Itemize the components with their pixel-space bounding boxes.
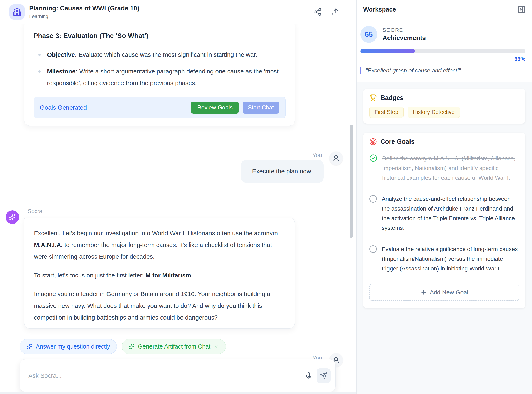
generate-artifact-chip[interactable]: Generate Artifact from Chat [122, 339, 226, 354]
sparkles-icon [128, 343, 135, 350]
phase-bullet-objective: Objective: Evaluate which cause was the … [34, 49, 286, 60]
phase-bullet-list: Objective: Evaluate which cause was the … [34, 49, 286, 89]
share-button[interactable] [314, 8, 322, 16]
achievements-title: Achievements [383, 34, 426, 42]
assistant-paragraph: Excellent. Let's begin our investigation… [34, 227, 285, 262]
avatar [329, 151, 343, 165]
app-root: Planning: Causes of WWI (Grade 10) Learn… [0, 0, 532, 394]
trophy-icon [369, 94, 377, 102]
review-goals-button[interactable]: Review Goals [191, 102, 239, 114]
text-segment: To start, let's focus on just the first … [34, 272, 146, 279]
course-logo [10, 4, 25, 20]
add-new-goal-button[interactable]: Add New Goal [369, 284, 519, 301]
goal-checkbox[interactable] [369, 195, 377, 202]
sparkles-icon [26, 343, 32, 350]
goal-text: Evaluate the relative significance of lo… [382, 244, 519, 273]
text-segment-bold: M.A.N.I.A. [34, 241, 63, 248]
phase-plan-card: Phase 3: Evaluation (The 'So What') Obje… [24, 19, 295, 126]
user-message-bubble: Execute the plan now. [241, 160, 323, 183]
plus-icon [420, 289, 427, 296]
core-goals-card: Core Goals Define the acronym M.A.N.I.A.… [363, 133, 525, 308]
assistant-message-bubble: Excellent. Let's begin our investigation… [24, 218, 295, 329]
goal-item: Evaluate the relative significance of lo… [369, 244, 519, 273]
score-label: SCORE [383, 27, 426, 33]
user-icon [332, 155, 340, 162]
workspace-sidebar: Workspace 65 SCORE Achievements 33% "Exc… [356, 0, 532, 394]
panel-right-icon [517, 5, 526, 14]
mic-icon [305, 372, 312, 379]
assistant-avatar [5, 210, 19, 224]
page-subtitle: Learning [29, 14, 139, 19]
school-icon [13, 8, 21, 16]
assistant-paragraph: To start, let's focus on just the first … [34, 269, 285, 281]
phase-heading: Phase 3: Evaluation (The 'So What') [34, 32, 286, 40]
text-segment: Excellent. Let's begin our investigation… [34, 230, 278, 237]
score-progress-track [360, 49, 525, 53]
text-segment: . [191, 272, 193, 279]
badge-list: First Step History Detective [369, 107, 519, 118]
assistant-message-sender: Socra [28, 208, 42, 214]
send-button[interactable] [317, 368, 331, 383]
text-segment-bold: M for Militarism [146, 272, 191, 279]
mic-button[interactable] [305, 372, 312, 379]
goal-item: Analyze the cause-and-effect relationshi… [369, 194, 519, 233]
bullet-text: Evaluate which cause was the most signif… [77, 51, 257, 58]
badges-card: Badges First Step History Detective [363, 89, 525, 124]
score-section: 65 SCORE Achievements 33% "Excellent gra… [357, 19, 532, 82]
user-message-sender: You [294, 152, 322, 159]
teacher-quote: "Excellent grasp of cause and effect!" [360, 67, 525, 74]
goal-text: Define the acronym M.A.N.I.A. (Militaris… [382, 154, 519, 183]
goals-generated-banner: Goals Generated Review Goals Start Chat [34, 97, 286, 118]
collapse-panel-button[interactable] [517, 5, 526, 14]
answer-directly-chip[interactable]: Answer my question directly [20, 339, 117, 354]
sparkles-icon [8, 213, 16, 221]
chip-label: Answer my question directly [36, 343, 110, 350]
target-icon [369, 138, 377, 145]
assistant-paragraph: Imagine you're a leader in Germany or Br… [34, 288, 285, 323]
core-goals-title: Core Goals [380, 138, 414, 145]
page-title: Planning: Causes of WWI (Grade 10) [29, 5, 139, 12]
export-button[interactable] [332, 8, 340, 16]
workspace-header: Workspace [357, 0, 532, 19]
chat-input-bar [20, 359, 336, 392]
check-circle-icon[interactable] [369, 154, 377, 162]
send-icon [320, 372, 327, 379]
score-percent: 33% [360, 56, 525, 62]
score-value: 65 [360, 26, 377, 43]
score-progress-fill [360, 49, 415, 53]
text-segment: to remember the major long-term causes. … [34, 241, 272, 260]
share-icon [314, 8, 322, 16]
chat-input[interactable] [28, 372, 305, 379]
badge-history-detective: History Detective [408, 107, 460, 118]
phase-bullet-milestone: Milestone: Write a short argumentative p… [34, 65, 286, 89]
badge-first-step: First Step [369, 107, 404, 118]
quick-actions-row: Answer my question directly Generate Art… [20, 339, 226, 354]
goal-checkbox[interactable] [369, 245, 377, 253]
window-bottom-edge [0, 392, 356, 394]
badges-title: Badges [380, 94, 404, 102]
add-goal-label: Add New Goal [430, 289, 468, 296]
chevron-down-icon [214, 344, 219, 349]
start-chat-button[interactable]: Start Chat [243, 102, 279, 114]
bullet-label: Milestone: [47, 68, 77, 75]
workspace-title: Workspace [363, 6, 396, 13]
upload-icon [332, 8, 340, 16]
chat-scrollbar[interactable] [350, 125, 353, 238]
bullet-text: Write a short argumentative paragraph de… [47, 68, 279, 86]
goal-text: Analyze the cause-and-effect relationshi… [382, 194, 519, 233]
goal-item: Define the acronym M.A.N.I.A. (Militaris… [369, 154, 519, 183]
bullet-label: Objective: [47, 51, 77, 58]
chip-label: Generate Artifact from Chat [138, 343, 210, 350]
chat-header: Planning: Causes of WWI (Grade 10) Learn… [0, 0, 356, 24]
goals-generated-status: Goals Generated [40, 104, 87, 111]
